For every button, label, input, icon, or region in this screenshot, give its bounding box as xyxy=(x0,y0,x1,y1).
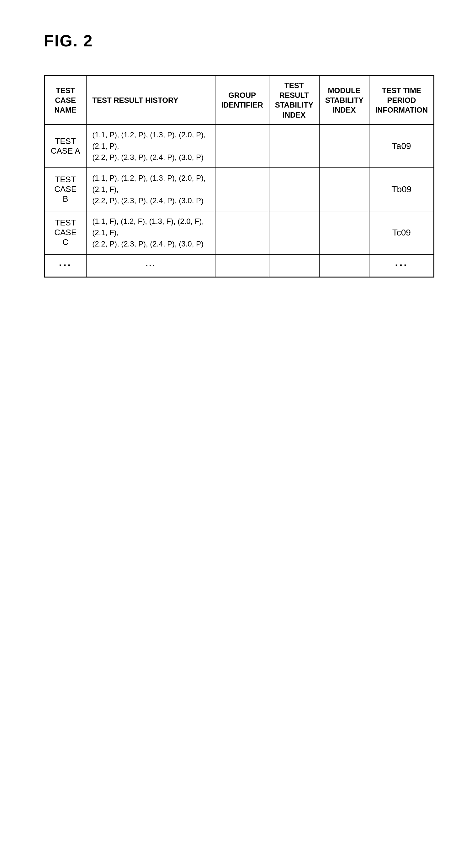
cell-time-b: Tb09 xyxy=(369,168,434,211)
header-test-case-name: TEST CASE NAME xyxy=(44,76,87,124)
header-group-identifier: GROUP IDENTIFIER xyxy=(215,76,269,124)
cell-time-c: Tc09 xyxy=(369,211,434,254)
cell-history-a: (1.1, P), (1.2, P), (1.3, P), (2.0, P), … xyxy=(86,124,215,168)
cell-module-stability-a xyxy=(319,124,370,168)
cell-test-case-name-b: TEST CASE B xyxy=(44,168,87,211)
cell-test-result-stability-dots xyxy=(269,254,319,277)
header-test-time-period-information: TEST TIME PERIOD INFORMATION xyxy=(369,76,434,124)
cell-time-dots: ··· xyxy=(369,254,434,277)
header-module-stability-index: MODULE STABILITY INDEX xyxy=(319,76,370,124)
main-table: TEST CASE NAME TEST RESULT HISTORY GROUP… xyxy=(44,75,434,278)
cell-module-stability-c xyxy=(319,211,370,254)
cell-group-a xyxy=(215,124,269,168)
page-container: FIG. 2 TEST CASE NAME TEST RESULT HISTOR… xyxy=(12,12,460,296)
cell-group-c xyxy=(215,211,269,254)
table-header-row: TEST CASE NAME TEST RESULT HISTORY GROUP… xyxy=(44,76,434,124)
table-row-c: TEST CASE C (1.1, F), (1.2, F), (1.3, F)… xyxy=(44,211,434,254)
header-test-result-stability-index: TEST RESULT STABILITY INDEX xyxy=(269,76,319,124)
cell-module-stability-b xyxy=(319,168,370,211)
cell-test-case-name-c: TEST CASE C xyxy=(44,211,87,254)
cell-test-result-stability-c xyxy=(269,211,319,254)
cell-test-result-stability-a xyxy=(269,124,319,168)
table-row-dots: ··· ··· ··· xyxy=(44,254,434,277)
cell-test-result-stability-b xyxy=(269,168,319,211)
cell-group-dots xyxy=(215,254,269,277)
cell-history-c: (1.1, F), (1.2, F), (1.3, F), (2.0, F), … xyxy=(86,211,215,254)
cell-history-b: (1.1, P), (1.2, P), (1.3, P), (2.0, P), … xyxy=(86,168,215,211)
figure-label: FIG. 2 xyxy=(44,31,93,50)
cell-history-dots: ··· xyxy=(86,254,215,277)
cell-time-a: Ta09 xyxy=(369,124,434,168)
table-wrapper: TEST CASE NAME TEST RESULT HISTORY GROUP… xyxy=(44,75,434,278)
table-row-b: TEST CASE B (1.1, P), (1.2, P), (1.3, P)… xyxy=(44,168,434,211)
cell-group-b xyxy=(215,168,269,211)
cell-test-case-name-a: TEST CASE A xyxy=(44,124,87,168)
table-row-a: TEST CASE A (1.1, P), (1.2, P), (1.3, P)… xyxy=(44,124,434,168)
cell-test-case-name-dots: ··· xyxy=(44,254,87,277)
cell-module-stability-dots xyxy=(319,254,370,277)
header-test-result-history: TEST RESULT HISTORY xyxy=(86,76,215,124)
